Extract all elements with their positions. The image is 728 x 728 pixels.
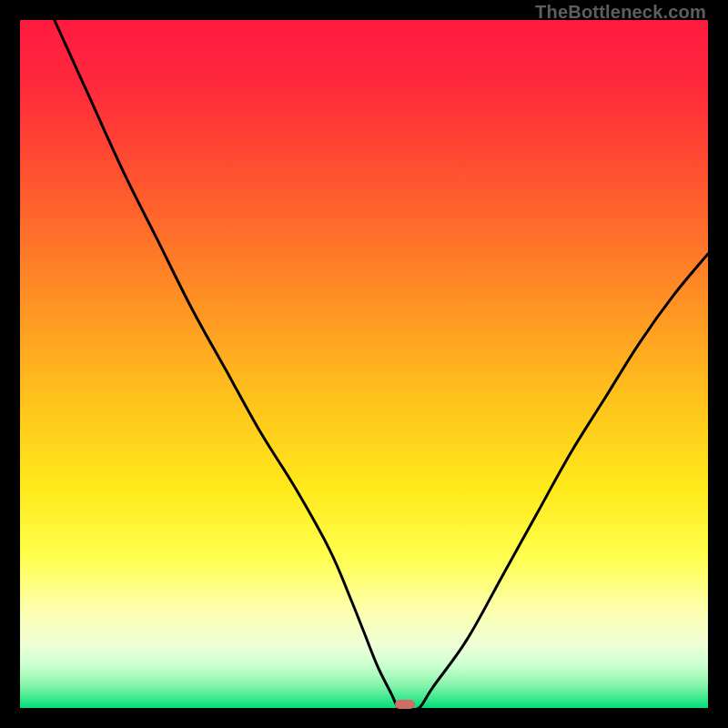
gradient-background bbox=[20, 20, 708, 708]
chart-plot bbox=[20, 20, 708, 708]
optimum-marker bbox=[395, 700, 415, 709]
chart-frame bbox=[20, 20, 708, 708]
